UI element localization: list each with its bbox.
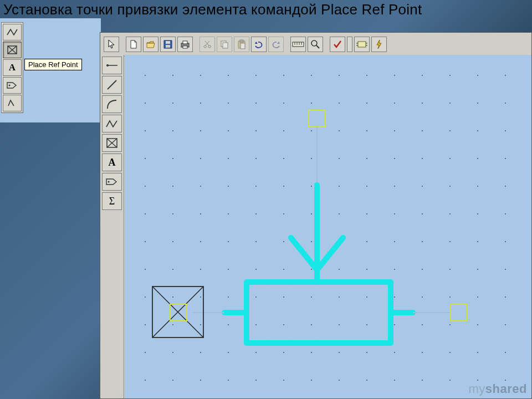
svg-line-25 (316, 45, 319, 48)
text-glyph: A (109, 157, 116, 168)
redo-icon[interactable] (268, 37, 284, 52)
open-icon[interactable] (143, 37, 158, 52)
line-icon[interactable] (102, 76, 122, 94)
check-icon[interactable] (330, 37, 345, 52)
svg-point-57 (366, 280, 371, 284)
zoom-icon[interactable] (308, 37, 323, 52)
print-icon[interactable] (177, 37, 193, 52)
svg-point-58 (267, 341, 271, 345)
svg-line-12 (206, 41, 209, 45)
text-icon[interactable]: A (3, 59, 22, 76)
cut-icon[interactable] (200, 37, 215, 52)
polyline-icon[interactable] (3, 24, 22, 40)
svg-point-37 (108, 181, 110, 183)
svg-point-59 (289, 341, 293, 345)
undo-icon[interactable] (251, 37, 267, 52)
watermark: myshared (469, 382, 527, 396)
paste-icon[interactable] (234, 37, 249, 52)
number-label[interactable] (347, 37, 352, 52)
svg-rect-43 (247, 282, 391, 343)
canvas[interactable]: myshared (125, 55, 531, 398)
mini-toolbar: A (1, 22, 23, 113)
save-icon[interactable] (160, 37, 176, 52)
svg-rect-5 (166, 41, 170, 44)
text-icon[interactable]: A (102, 154, 122, 171)
svg-line-41 (291, 238, 317, 270)
svg-point-62 (366, 341, 371, 345)
ref-point-icon[interactable] (102, 134, 122, 152)
svg-rect-18 (241, 43, 245, 49)
svg-point-60 (315, 341, 319, 345)
wire-icon[interactable] (102, 57, 122, 74)
svg-rect-38 (309, 110, 325, 127)
svg-rect-15 (223, 43, 228, 48)
text-glyph: A (9, 62, 16, 73)
svg-rect-6 (166, 45, 170, 48)
ref-point-icon[interactable] (3, 42, 22, 58)
side-toolbar: A Σ (100, 55, 124, 398)
svg-point-53 (267, 280, 271, 284)
top-toolbar (100, 33, 531, 57)
svg-line-13 (205, 41, 209, 45)
svg-rect-17 (240, 40, 243, 42)
svg-rect-9 (183, 46, 187, 48)
svg-rect-48 (451, 304, 467, 321)
misc-icon[interactable] (3, 95, 22, 111)
svg-point-54 (289, 280, 293, 284)
sigma-icon[interactable]: Σ (102, 192, 122, 210)
page-title: Установка точки привязки элемента команд… (3, 1, 422, 18)
svg-rect-19 (293, 42, 304, 47)
watermark-plain: my (469, 382, 485, 396)
sigma-glyph: Σ (109, 196, 115, 207)
tag-icon[interactable] (3, 77, 22, 94)
tag-icon[interactable] (102, 173, 122, 191)
svg-point-10 (204, 45, 206, 48)
polyline-icon[interactable] (102, 115, 122, 132)
pointer-icon[interactable] (104, 37, 119, 52)
svg-line-33 (108, 80, 116, 89)
copy-icon[interactable] (217, 37, 232, 52)
svg-point-61 (344, 341, 349, 345)
ruler-icon[interactable] (290, 37, 306, 52)
editor-window: A Σ (100, 32, 532, 399)
new-icon[interactable] (126, 37, 141, 52)
svg-point-3 (9, 85, 11, 86)
svg-line-42 (317, 238, 343, 270)
svg-point-24 (311, 40, 317, 46)
svg-rect-8 (183, 41, 187, 44)
bolt-icon[interactable] (371, 37, 387, 52)
svg-rect-26 (358, 42, 366, 47)
tooltip: Place Ref Point (24, 59, 82, 70)
component-icon[interactable] (354, 37, 370, 52)
svg-point-55 (315, 280, 319, 284)
watermark-bold: shared (485, 382, 527, 396)
svg-point-56 (344, 280, 349, 284)
arc-icon[interactable] (102, 95, 122, 113)
svg-point-11 (208, 45, 211, 48)
schematic-drawing (125, 55, 531, 398)
